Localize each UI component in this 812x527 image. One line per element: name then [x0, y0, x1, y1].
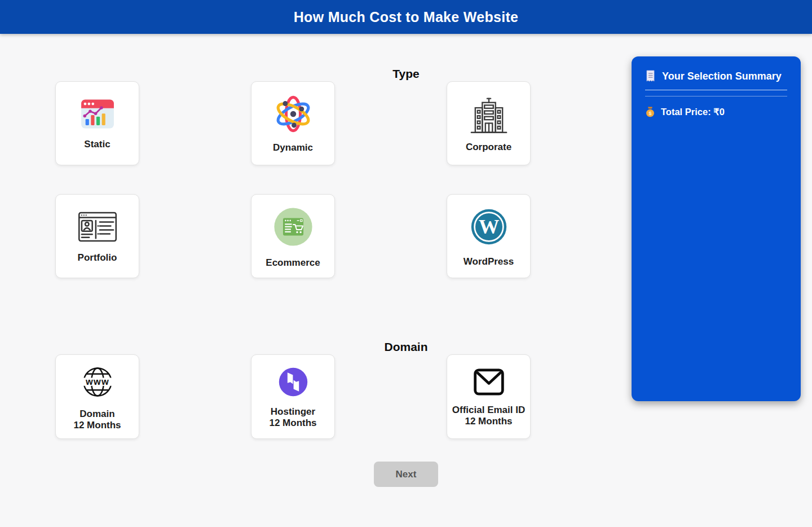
wordpress-logo-icon: W	[467, 205, 511, 249]
hostinger-logo-icon	[276, 365, 310, 399]
card-hostinger[interactable]: Hostinger 12 Months	[251, 354, 335, 439]
svg-text:W: W	[478, 216, 499, 239]
card-portfolio[interactable]: Portfolio	[55, 194, 139, 278]
profile-page-icon	[76, 209, 120, 245]
card-wordpress[interactable]: W WordPress	[447, 194, 531, 278]
money-bag-icon: $	[645, 106, 655, 117]
page-title: How Much Cost to Make Website	[294, 9, 519, 25]
card-dynamic[interactable]: Dynamic	[251, 81, 335, 165]
selection-summary-panel: Your Selection Summary $ Total Price: ₹0	[632, 56, 801, 401]
atom-icon	[272, 93, 314, 135]
www-globe-icon: www	[78, 363, 117, 401]
svg-text:$: $	[648, 111, 651, 116]
card-ecommerce[interactable]: Ecommerce	[251, 194, 335, 278]
summary-divider	[645, 96, 787, 96]
card-domain[interactable]: www Domain 12 Months	[55, 354, 139, 439]
svg-text:www: www	[85, 376, 109, 387]
card-corporate[interactable]: Corporate	[447, 81, 531, 165]
receipt-icon	[645, 70, 656, 82]
card-label: WordPress	[464, 256, 514, 267]
envelope-icon	[471, 367, 507, 397]
app-header: How Much Cost to Make Website	[0, 0, 812, 34]
card-label: Corporate	[466, 142, 511, 153]
card-label: Static	[84, 139, 110, 150]
card-official-email[interactable]: Official Email ID 12 Months	[447, 354, 531, 439]
next-button[interactable]: Next	[374, 462, 438, 487]
office-building-icon	[467, 94, 511, 134]
card-label: Dynamic	[273, 142, 313, 153]
analytics-window-icon	[78, 96, 117, 131]
card-label: Ecommerce	[266, 257, 320, 269]
card-static[interactable]: Static	[55, 81, 139, 165]
card-label: Domain 12 Months	[73, 409, 121, 431]
card-label: Official Email ID 12 Months	[452, 405, 525, 427]
total-price: Total Price: ₹0	[661, 107, 725, 117]
card-label: Hostinger 12 Months	[269, 406, 316, 428]
cart-window-icon	[270, 204, 316, 250]
summary-title: Your Selection Summary	[662, 71, 782, 82]
card-label: Portfolio	[78, 252, 117, 264]
